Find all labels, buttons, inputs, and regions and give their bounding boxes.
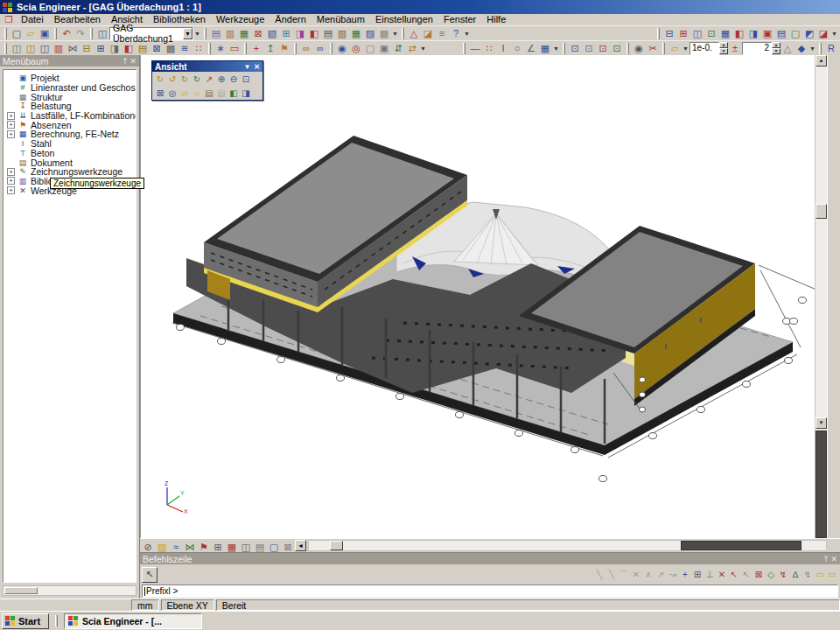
snap-endpoint-icon[interactable]: ╲: [593, 569, 606, 581]
print-icon[interactable]: ▤: [321, 27, 335, 40]
toolbar-grip[interactable]: [4, 43, 7, 54]
win-blank-icon[interactable]: ▢: [788, 27, 802, 40]
command-input[interactable]: Prefixl >: [142, 584, 838, 598]
snap-arc-icon[interactable]: ⌒: [618, 569, 630, 581]
angle-icon[interactable]: ∠: [524, 42, 538, 55]
profile-rows-icon[interactable]: ▤: [136, 42, 150, 55]
toolbar-grip[interactable]: [463, 43, 466, 54]
pin-icon[interactable]: †: [122, 57, 127, 66]
profile-fill-icon[interactable]: ▩: [164, 42, 178, 55]
profile-grid-icon[interactable]: ⊞: [94, 42, 108, 55]
close-project-icon[interactable]: ◫: [95, 27, 109, 40]
scrollbar-thumb[interactable]: [816, 204, 827, 219]
camera-icon[interactable]: ▤: [203, 87, 215, 99]
zoom-in-icon[interactable]: ⊕: [215, 73, 228, 85]
win-grid-icon[interactable]: ▦: [718, 27, 732, 40]
glasses-blue-icon[interactable]: ∞: [313, 42, 327, 55]
result-icon[interactable]: R: [824, 42, 838, 55]
expand-icon[interactable]: +: [7, 130, 15, 138]
chevron-down-icon[interactable]: ▼: [682, 46, 690, 52]
snap-tangent-icon[interactable]: ↝: [667, 569, 679, 581]
chevron-down-icon[interactable]: ▼: [243, 63, 250, 71]
preview-icon[interactable]: ▥: [335, 27, 349, 40]
snap-star-icon[interactable]: ∗: [214, 42, 228, 55]
snap-off-icon[interactable]: ✕: [630, 569, 642, 581]
scroll-up-icon[interactable]: ▲: [816, 55, 827, 66]
win-rows-icon[interactable]: ▤: [774, 27, 788, 40]
chevron-down-icon[interactable]: ▼: [808, 46, 816, 52]
dim-height-icon[interactable]: I: [496, 42, 510, 55]
toolbar-grip[interactable]: [90, 28, 93, 39]
chevron-down-icon[interactable]: ▼: [463, 31, 471, 37]
project-combobox[interactable]: GAG Überdachung1 ▼: [109, 27, 193, 40]
toolbar-grip[interactable]: [819, 43, 822, 54]
pin-icon[interactable]: †: [823, 555, 828, 564]
open-view-icon[interactable]: ▱: [668, 42, 682, 55]
project-settings-icon[interactable]: ▤: [209, 27, 223, 40]
book-icon[interactable]: ▦: [237, 27, 251, 40]
profile-pair-icon[interactable]: ◫: [10, 42, 24, 55]
viewport-hscrollbar[interactable]: [308, 540, 827, 551]
chevron-down-icon[interactable]: ▼: [419, 46, 427, 52]
numbers-icon[interactable]: ◆: [794, 42, 808, 55]
chevron-down-icon[interactable]: ▼: [552, 46, 560, 52]
dim-double-icon[interactable]: ∷: [482, 42, 496, 55]
menu-item-einstellungen[interactable]: Einstellungen: [370, 14, 438, 24]
toolbar-grip[interactable]: [657, 28, 660, 39]
viewport-vscrollbar[interactable]: ▲ ▼: [815, 55, 827, 538]
grid-icon[interactable]: ⊞: [279, 27, 293, 40]
scale-spinner-value[interactable]: 1e-0.: [690, 42, 719, 55]
view-direction-icon[interactable]: ↗: [203, 73, 215, 85]
expand-icon[interactable]: +: [7, 186, 15, 194]
toolbar-grip[interactable]: [330, 43, 332, 54]
ansicht-toolbar-title[interactable]: Ansicht ▼ ✕: [152, 61, 262, 72]
rotate-x-icon[interactable]: ↻: [154, 73, 166, 85]
win-split-icon[interactable]: ◫: [690, 27, 704, 40]
snap-dock-icon[interactable]: ▭: [814, 569, 826, 581]
section-icon[interactable]: ◪: [421, 27, 435, 40]
cursor-mode-button[interactable]: ↖: [142, 567, 158, 583]
toolbar-grip[interactable]: [294, 43, 297, 54]
menu-item-fenster[interactable]: Fenster: [438, 14, 481, 24]
count-spinner-value[interactable]: 2: [742, 42, 772, 55]
save-icon[interactable]: ▣: [38, 27, 52, 40]
rotate-free-icon[interactable]: ↻: [191, 73, 203, 85]
win-full-icon[interactable]: ▣: [760, 27, 774, 40]
spin-down-icon[interactable]: ▼: [719, 48, 728, 54]
win-tile-icon[interactable]: ⊞: [676, 27, 690, 40]
light-icon[interactable]: ☼: [191, 87, 203, 99]
snap-line2-icon[interactable]: ↖: [740, 569, 752, 581]
chevron-down-icon[interactable]: ▼: [391, 31, 399, 37]
sidebar-item-stahl[interactable]: IStahl: [4, 139, 136, 149]
profile-cut-icon[interactable]: ⊟: [80, 42, 94, 55]
view-color2-icon[interactable]: ◨: [240, 87, 252, 99]
zoom-out-icon[interactable]: ⊖: [228, 73, 240, 85]
snap-ortho-icon[interactable]: ⊥: [704, 569, 716, 581]
scroll-left-icon[interactable]: ◄: [295, 540, 306, 551]
menu-item-hilfe[interactable]: Hilfe: [481, 14, 511, 24]
frame-left-icon[interactable]: ◨: [293, 27, 307, 40]
snap-edge-icon[interactable]: ↗: [654, 569, 667, 581]
glasses-yellow-icon[interactable]: ∞: [299, 42, 313, 55]
toolbar-grip[interactable]: [563, 43, 565, 54]
ansicht-toolbar[interactable]: Ansicht ▼ ✕ ↻↺↻↻↗⊕⊖⊡ ⊠◎▱☼▤▤◧◨: [151, 60, 263, 101]
image-icon[interactable]: ▨: [363, 27, 377, 40]
tree-hscrollbar[interactable]: [3, 585, 136, 596]
gallery-icon[interactable]: ▦: [349, 27, 363, 40]
snap-dock2-icon[interactable]: ▭: [826, 569, 838, 581]
snap-vertex-icon[interactable]: ∧: [642, 569, 654, 581]
start-button[interactable]: Start: [2, 613, 49, 629]
close-icon[interactable]: ✕: [830, 555, 837, 564]
close-icon[interactable]: ✕: [254, 63, 260, 71]
clip-icon[interactable]: +: [249, 42, 263, 55]
scrollbar-thumb[interactable]: [330, 541, 343, 550]
redo-icon[interactable]: ↷: [74, 27, 88, 40]
expand-icon[interactable]: +: [7, 168, 15, 176]
sort-icon[interactable]: ⇵: [391, 42, 405, 55]
zoom-all-icon[interactable]: ⊠: [154, 87, 166, 99]
profile-right-icon[interactable]: ◨: [108, 42, 122, 55]
paste-format-icon[interactable]: ⊡: [582, 42, 596, 55]
expand-icon[interactable]: +: [7, 112, 15, 120]
menubaum-panel-title[interactable]: Menübaum † ✕: [0, 55, 139, 66]
sidebar-item-berechnung[interactable]: +▦Berechnung, FE-Netz: [4, 130, 136, 139]
